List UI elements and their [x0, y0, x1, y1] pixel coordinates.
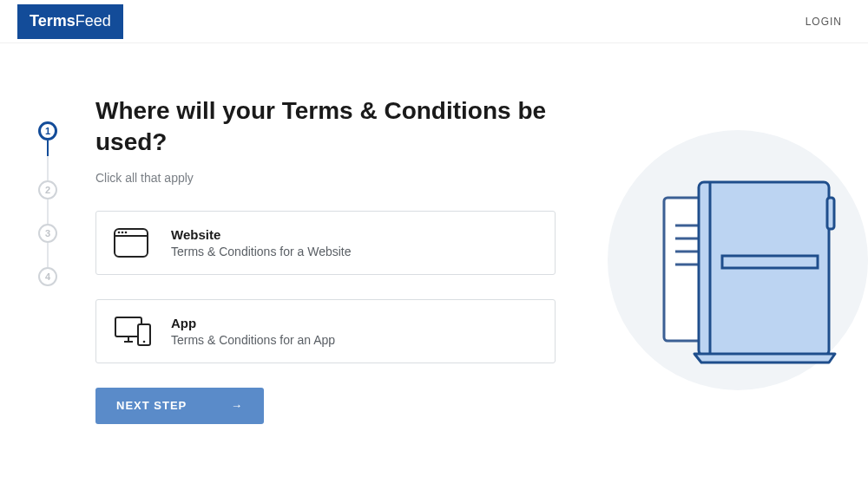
page-subtitle: Click all that apply	[95, 171, 556, 185]
arrow-right-icon: →	[231, 399, 243, 412]
step-3[interactable]: 3	[38, 224, 57, 243]
svg-point-2	[118, 231, 121, 233]
logo[interactable]: TermsFeed	[17, 4, 123, 39]
login-link[interactable]: LOGIN	[806, 16, 842, 28]
document-illustration	[590, 130, 868, 394]
option-text: Website Terms & Conditions for a Website	[171, 227, 352, 258]
option-title: Website	[171, 227, 352, 242]
option-desc: Terms & Conditions for an App	[171, 333, 335, 347]
step-4[interactable]: 4	[38, 267, 57, 286]
content: 1 2 3 4 Where will your Terms & Conditio…	[0, 43, 868, 424]
step-line	[47, 199, 49, 224]
option-app[interactable]: App Terms & Conditions for an App	[95, 299, 556, 363]
option-text: App Terms & Conditions for an App	[171, 316, 335, 347]
svg-point-9	[143, 340, 146, 343]
next-step-label: NEXT STEP	[116, 399, 187, 412]
step-2[interactable]: 2	[38, 180, 57, 199]
step-line	[47, 243, 49, 267]
devices-icon	[114, 316, 155, 347]
svg-point-4	[125, 231, 128, 233]
step-line	[47, 156, 49, 180]
step-line	[47, 140, 49, 156]
svg-rect-18	[722, 256, 818, 268]
svg-point-3	[122, 231, 124, 233]
logo-text-light: Feed	[76, 12, 111, 30]
main-panel: Where will your Terms & Conditions be us…	[69, 95, 556, 424]
next-step-button[interactable]: NEXT STEP →	[95, 388, 264, 424]
option-website[interactable]: Website Terms & Conditions for a Website	[95, 211, 556, 275]
browser-window-icon	[114, 228, 155, 258]
page-title: Where will your Terms & Conditions be us…	[95, 95, 556, 159]
svg-rect-19	[827, 198, 834, 229]
stepper: 1 2 3 4	[26, 95, 69, 424]
option-desc: Terms & Conditions for a Website	[171, 245, 352, 258]
topbar: TermsFeed LOGIN	[0, 0, 868, 43]
option-title: App	[171, 316, 335, 330]
step-1[interactable]: 1	[38, 121, 57, 140]
logo-text-bold: Terms	[30, 12, 76, 30]
